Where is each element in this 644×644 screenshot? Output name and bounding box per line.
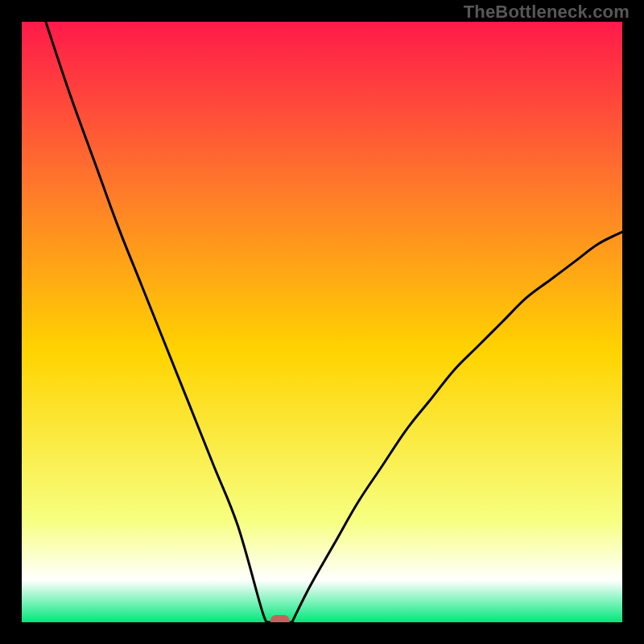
optimum-marker — [270, 615, 290, 622]
gradient-background — [22, 22, 622, 622]
bottleneck-chart — [22, 22, 622, 622]
chart-frame: TheBottleneck.com — [0, 0, 644, 644]
watermark-text: TheBottleneck.com — [464, 2, 630, 23]
